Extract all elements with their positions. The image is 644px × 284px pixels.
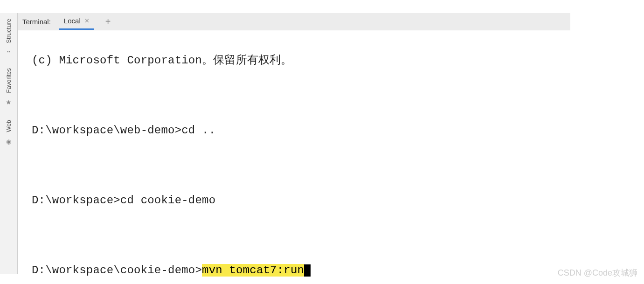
globe-icon: ◉ bbox=[6, 138, 11, 145]
plus-icon: + bbox=[105, 16, 111, 27]
terminal-panel-label: Terminal: bbox=[22, 18, 51, 26]
console-line: D:\workspace\cookie-demo>mvn tomcat7:run bbox=[32, 262, 644, 279]
sidebar-label-structure: Structure bbox=[5, 19, 12, 43]
terminal-tab-bar: Terminal: Local ✕ + bbox=[18, 13, 570, 30]
command-highlighted: mvn tomcat7:run bbox=[202, 264, 304, 277]
prompt-path: D:\workspace> bbox=[32, 194, 120, 207]
cursor-icon bbox=[304, 264, 311, 277]
sidebar: Structure ▪▪ Favorites ★ Web ◉ bbox=[0, 13, 18, 274]
console-line-blank bbox=[32, 157, 644, 174]
command-text: cd .. bbox=[181, 124, 215, 137]
sidebar-label-web: Web bbox=[5, 120, 12, 132]
terminal-output[interactable]: (c) Microsoft Corporation。保留所有权利。 D:\wor… bbox=[18, 30, 644, 265]
tab-label: Local bbox=[64, 17, 81, 25]
structure-icon: ▪▪ bbox=[7, 49, 10, 54]
sidebar-item-web[interactable]: Web bbox=[5, 115, 12, 137]
sidebar-label-favorites: Favorites bbox=[5, 68, 12, 93]
copyright-text: (c) Microsoft Corporation。保留所有权利。 bbox=[32, 54, 292, 67]
console-line: (c) Microsoft Corporation。保留所有权利。 bbox=[32, 52, 644, 69]
close-icon[interactable]: ✕ bbox=[84, 17, 90, 24]
sidebar-item-favorites[interactable]: Favorites bbox=[5, 63, 12, 97]
prompt-path: D:\workspace\web-demo> bbox=[32, 124, 181, 137]
sidebar-item-structure[interactable]: Structure bbox=[5, 14, 12, 48]
add-tab-button[interactable]: + bbox=[103, 16, 114, 27]
console-line: D:\workspace\web-demo>cd .. bbox=[32, 122, 644, 139]
console-line-blank bbox=[32, 87, 644, 104]
prompt-path: D:\workspace\cookie-demo> bbox=[32, 264, 202, 277]
tab-local[interactable]: Local ✕ bbox=[59, 13, 94, 30]
command-text: cd cookie-demo bbox=[120, 194, 215, 207]
watermark-text: CSDN @Code攻城狮 bbox=[558, 267, 637, 278]
console-line-blank bbox=[32, 227, 644, 244]
console-line: D:\workspace>cd cookie-demo bbox=[32, 192, 644, 209]
star-icon: ★ bbox=[6, 98, 12, 106]
